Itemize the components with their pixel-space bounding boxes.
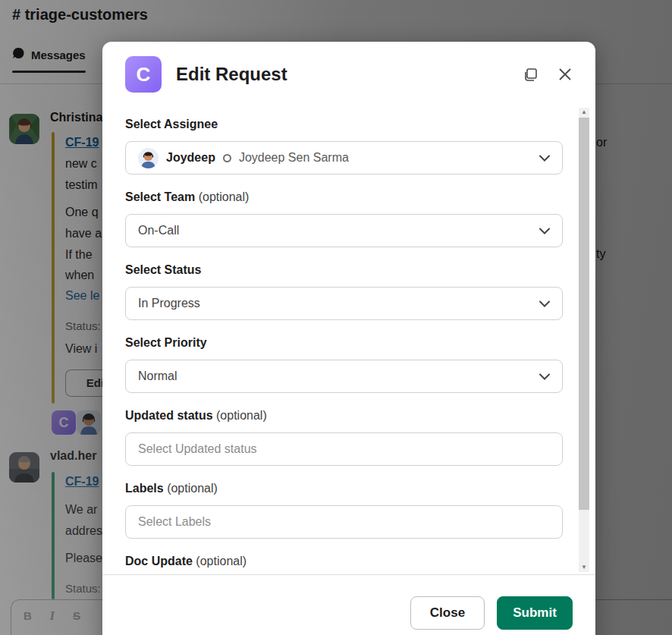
assignee-avatar [138,148,159,168]
clipped-text-fragment: or [596,136,607,149]
strikethrough-icon[interactable]: S [73,609,80,623]
priority-value: Normal [138,369,177,383]
message-line: If the [65,248,93,262]
message-line: new c [65,157,97,171]
avatar-joydeep-small[interactable] [77,410,101,435]
scroll-up-icon[interactable]: ▲ [579,108,589,117]
message-line: One q [65,206,99,219]
avatar-christina[interactable] [9,114,39,144]
italic-icon[interactable]: I [50,609,55,623]
message-line: have a [65,227,102,240]
close-button[interactable]: Close [410,596,485,630]
chevron-down-icon [539,369,550,383]
team-value: On-Call [138,224,179,237]
message-author[interactable]: Christina [50,111,102,124]
close-icon[interactable] [556,65,574,83]
submit-button[interactable]: Submit [497,596,573,630]
copy-icon[interactable] [521,65,539,83]
view-label: View i [65,342,97,356]
tab-messages-label: Messages [31,49,86,61]
ticket-link[interactable]: CF-19 [65,475,99,489]
screen: # triage-customers Messages Christina CF… [0,0,672,635]
chevron-down-icon [539,151,550,165]
status-value: In Progress [138,297,200,310]
message-line: testim [65,178,98,192]
chevron-down-icon [539,297,550,310]
chat-bubble-icon [12,47,25,62]
channel-title: # triage-customers [12,6,148,24]
tab-messages[interactable]: Messages [12,47,86,62]
updated-status-placeholder: Select Updated status [138,442,257,456]
status-select[interactable]: In Progress [125,287,563,320]
clearfeed-app-icon: C [125,56,162,93]
message-author[interactable]: vlad.her [50,449,96,463]
clipped-text-fragment: ty [596,247,605,261]
presence-offline-icon [223,154,231,162]
field-label-labels: Labels (optional) [125,482,551,495]
scrollbar-thumb[interactable] [579,118,589,510]
field-label-status: Select Status [125,263,551,277]
modal-scrollbar[interactable]: ▲ ▼ [579,108,589,572]
team-select[interactable]: On-Call [125,214,563,247]
ticket-link[interactable]: CF-19 [65,136,99,149]
field-label-doc-update: Doc Update (optional) [125,555,551,568]
labels-placeholder: Select Labels [138,515,211,529]
active-tab-indicator [12,71,86,73]
message-line: when [65,269,94,282]
attachment-bar-yellow [52,132,55,404]
status-label: Status: [65,319,101,332]
modal-title: Edit Request [176,64,521,85]
field-label-team: Select Team (optional) [125,190,551,204]
field-label-priority: Select Priority [125,336,551,350]
assignee-name: Joydeep [166,151,215,165]
bold-icon[interactable]: B [24,609,32,623]
chevron-down-icon [539,224,550,237]
scroll-down-icon[interactable]: ▼ [579,563,589,572]
modal-header: C Edit Request [102,42,595,105]
modal-body: Select Assignee Joydeep Joydeep Sen Sarm… [102,105,595,574]
field-label-updated-status: Updated status (optional) [125,409,551,423]
updated-status-select[interactable]: Select Updated status [125,432,563,466]
message-line: We ar [65,503,97,517]
see-link[interactable]: See le [65,289,99,303]
message-line: addres [65,524,102,538]
attachment-bar-green [52,472,55,599]
assignee-select[interactable]: Joydeep Joydeep Sen Sarma [125,141,563,174]
status-label: Status: [65,582,101,595]
labels-select[interactable]: Select Labels [125,505,563,539]
avatar-vlad[interactable] [9,452,39,483]
field-label-assignee: Select Assignee [125,118,551,131]
message-line: Please [65,552,102,565]
priority-select[interactable]: Normal [125,360,563,393]
edit-request-modal: C Edit Request Select Assignee Joydeep J… [102,42,595,635]
modal-footer: Close Submit [102,574,595,635]
assignee-full-name: Joydeep Sen Sarma [239,151,349,165]
clearfeed-app-chip[interactable]: C [52,410,76,435]
